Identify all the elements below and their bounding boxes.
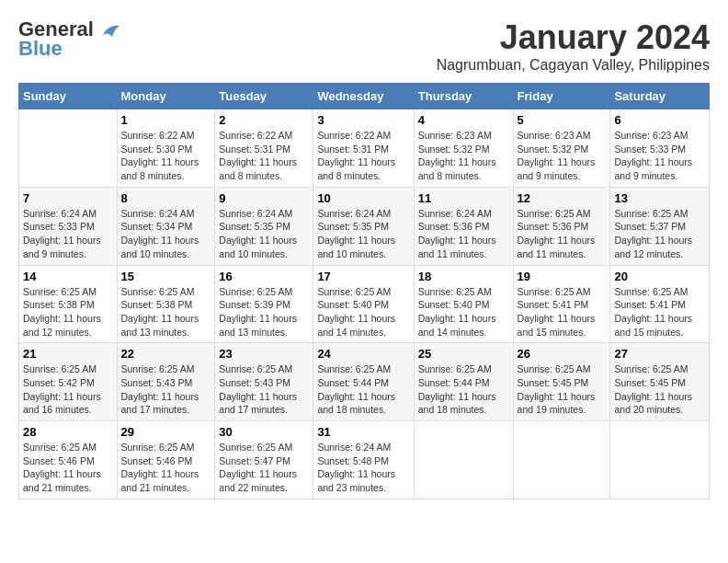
- day-number: 5: [518, 113, 607, 127]
- calendar-header-row: Sunday Monday Tuesday Wednesday Thursday…: [19, 84, 710, 109]
- table-row: 10 Sunrise: 6:24 AMSunset: 5:35 PMDaylig…: [313, 187, 414, 265]
- table-row: 11 Sunrise: 6:24 AMSunset: 5:36 PMDaylig…: [414, 187, 513, 265]
- day-info: Sunrise: 6:24 AMSunset: 5:36 PMDaylight:…: [418, 207, 509, 261]
- day-info: Sunrise: 6:24 AMSunset: 5:35 PMDaylight:…: [219, 207, 309, 261]
- table-row: 31 Sunrise: 6:24 AMSunset: 5:48 PMDaylig…: [313, 421, 414, 500]
- day-info: Sunrise: 6:24 AMSunset: 5:35 PMDaylight:…: [317, 207, 409, 261]
- day-number: 8: [121, 191, 211, 205]
- table-row: 29 Sunrise: 6:25 AMSunset: 5:46 PMDaylig…: [117, 421, 215, 500]
- day-info: Sunrise: 6:25 AMSunset: 5:38 PMDaylight:…: [121, 285, 211, 339]
- col-monday: Monday: [117, 84, 215, 109]
- table-row: 25 Sunrise: 6:25 AMSunset: 5:44 PMDaylig…: [414, 343, 513, 421]
- logo-blue: Blue: [18, 37, 63, 60]
- day-number: 27: [614, 347, 705, 361]
- day-number: 12: [518, 191, 607, 205]
- day-number: 21: [23, 347, 113, 361]
- logo: General Blue: [18, 18, 121, 61]
- day-number: 11: [418, 191, 509, 205]
- table-row: 22 Sunrise: 6:25 AMSunset: 5:43 PMDaylig…: [117, 343, 215, 421]
- day-info: Sunrise: 6:25 AMSunset: 5:45 PMDaylight:…: [518, 362, 607, 417]
- table-row: 13 Sunrise: 6:25 AMSunset: 5:37 PMDaylig…: [610, 187, 710, 265]
- day-info: Sunrise: 6:22 AMSunset: 5:31 PMDaylight:…: [219, 129, 309, 183]
- day-number: 1: [121, 113, 211, 127]
- col-tuesday: Tuesday: [215, 84, 313, 109]
- day-info: Sunrise: 6:25 AMSunset: 5:41 PMDaylight:…: [614, 285, 705, 339]
- table-row: 6 Sunrise: 6:23 AMSunset: 5:33 PMDayligh…: [610, 109, 710, 188]
- day-info: Sunrise: 6:25 AMSunset: 5:38 PMDaylight:…: [23, 285, 113, 339]
- table-row: [513, 421, 610, 500]
- day-info: Sunrise: 6:25 AMSunset: 5:46 PMDaylight:…: [121, 441, 211, 495]
- table-row: 1 Sunrise: 6:22 AMSunset: 5:30 PMDayligh…: [117, 109, 215, 188]
- day-info: Sunrise: 6:25 AMSunset: 5:43 PMDaylight:…: [219, 362, 309, 417]
- table-row: 27 Sunrise: 6:25 AMSunset: 5:45 PMDaylig…: [610, 343, 710, 421]
- col-thursday: Thursday: [414, 84, 513, 109]
- day-number: 2: [219, 113, 309, 127]
- day-number: 29: [121, 425, 211, 439]
- day-info: Sunrise: 6:25 AMSunset: 5:45 PMDaylight:…: [614, 362, 705, 417]
- table-row: 21 Sunrise: 6:25 AMSunset: 5:42 PMDaylig…: [19, 343, 118, 421]
- day-number: 3: [317, 113, 409, 127]
- table-row: 17 Sunrise: 6:25 AMSunset: 5:40 PMDaylig…: [313, 265, 414, 343]
- day-info: Sunrise: 6:25 AMSunset: 5:40 PMDaylight:…: [418, 285, 509, 339]
- table-row: 26 Sunrise: 6:25 AMSunset: 5:45 PMDaylig…: [513, 343, 610, 421]
- table-row: [414, 421, 513, 500]
- calendar-week-row: 14 Sunrise: 6:25 AMSunset: 5:38 PMDaylig…: [19, 265, 710, 343]
- table-row: 23 Sunrise: 6:25 AMSunset: 5:43 PMDaylig…: [215, 343, 313, 421]
- table-row: 16 Sunrise: 6:25 AMSunset: 5:39 PMDaylig…: [215, 265, 313, 343]
- day-info: Sunrise: 6:24 AMSunset: 5:48 PMDaylight:…: [317, 441, 409, 495]
- day-info: Sunrise: 6:23 AMSunset: 5:32 PMDaylight:…: [418, 129, 509, 183]
- day-info: Sunrise: 6:25 AMSunset: 5:36 PMDaylight:…: [518, 207, 607, 261]
- calendar-week-row: 21 Sunrise: 6:25 AMSunset: 5:42 PMDaylig…: [19, 343, 710, 421]
- calendar-week-row: 1 Sunrise: 6:22 AMSunset: 5:30 PMDayligh…: [19, 109, 710, 188]
- day-number: 24: [317, 347, 409, 361]
- table-row: [19, 109, 118, 188]
- day-number: 23: [219, 347, 309, 361]
- calendar-table: Sunday Monday Tuesday Wednesday Thursday…: [18, 83, 710, 500]
- col-wednesday: Wednesday: [313, 84, 414, 109]
- table-row: 28 Sunrise: 6:25 AMSunset: 5:46 PMDaylig…: [19, 421, 118, 500]
- table-row: 14 Sunrise: 6:25 AMSunset: 5:38 PMDaylig…: [19, 265, 118, 343]
- day-info: Sunrise: 6:24 AMSunset: 5:33 PMDaylight:…: [23, 207, 113, 261]
- day-info: Sunrise: 6:25 AMSunset: 5:40 PMDaylight:…: [317, 285, 409, 339]
- table-row: 12 Sunrise: 6:25 AMSunset: 5:36 PMDaylig…: [513, 187, 610, 265]
- table-row: 30 Sunrise: 6:25 AMSunset: 5:47 PMDaylig…: [215, 421, 313, 500]
- table-row: 8 Sunrise: 6:24 AMSunset: 5:34 PMDayligh…: [117, 187, 215, 265]
- day-number: 4: [418, 113, 509, 127]
- day-info: Sunrise: 6:23 AMSunset: 5:32 PMDaylight:…: [518, 129, 607, 183]
- day-number: 16: [219, 270, 309, 283]
- day-number: 14: [23, 270, 113, 283]
- day-info: Sunrise: 6:25 AMSunset: 5:41 PMDaylight:…: [518, 285, 607, 339]
- table-row: 15 Sunrise: 6:25 AMSunset: 5:38 PMDaylig…: [117, 265, 215, 343]
- table-row: 19 Sunrise: 6:25 AMSunset: 5:41 PMDaylig…: [513, 265, 610, 343]
- day-info: Sunrise: 6:25 AMSunset: 5:44 PMDaylight:…: [317, 362, 409, 417]
- col-friday: Friday: [513, 84, 610, 109]
- day-number: 7: [23, 191, 113, 205]
- table-row: 9 Sunrise: 6:24 AMSunset: 5:35 PMDayligh…: [215, 187, 313, 265]
- day-number: 6: [614, 113, 705, 127]
- page-header: General Blue January 2024 Nagrumbuan, Ca…: [18, 18, 710, 74]
- day-info: Sunrise: 6:25 AMSunset: 5:42 PMDaylight:…: [23, 362, 113, 417]
- day-number: 9: [219, 191, 309, 205]
- location-title: Nagrumbuan, Cagayan Valley, Philippines: [437, 57, 710, 74]
- table-row: 7 Sunrise: 6:24 AMSunset: 5:33 PMDayligh…: [19, 187, 118, 265]
- day-info: Sunrise: 6:24 AMSunset: 5:34 PMDaylight:…: [121, 207, 211, 261]
- day-number: 25: [418, 347, 509, 361]
- day-number: 19: [518, 270, 607, 283]
- day-number: 15: [121, 270, 211, 283]
- day-number: 17: [317, 270, 409, 283]
- calendar-week-row: 7 Sunrise: 6:24 AMSunset: 5:33 PMDayligh…: [19, 187, 710, 265]
- day-number: 26: [518, 347, 607, 361]
- table-row: [610, 421, 710, 500]
- table-row: 3 Sunrise: 6:22 AMSunset: 5:31 PMDayligh…: [313, 109, 414, 188]
- table-row: 4 Sunrise: 6:23 AMSunset: 5:32 PMDayligh…: [414, 109, 513, 188]
- day-number: 13: [614, 191, 705, 205]
- col-saturday: Saturday: [610, 84, 710, 109]
- table-row: 2 Sunrise: 6:22 AMSunset: 5:31 PMDayligh…: [215, 109, 313, 188]
- day-info: Sunrise: 6:25 AMSunset: 5:44 PMDaylight:…: [418, 362, 509, 417]
- day-info: Sunrise: 6:25 AMSunset: 5:39 PMDaylight:…: [219, 285, 309, 339]
- day-info: Sunrise: 6:25 AMSunset: 5:43 PMDaylight:…: [121, 362, 211, 417]
- day-number: 10: [317, 191, 409, 205]
- table-row: 5 Sunrise: 6:23 AMSunset: 5:32 PMDayligh…: [513, 109, 610, 188]
- table-row: 24 Sunrise: 6:25 AMSunset: 5:44 PMDaylig…: [313, 343, 414, 421]
- col-sunday: Sunday: [19, 84, 118, 109]
